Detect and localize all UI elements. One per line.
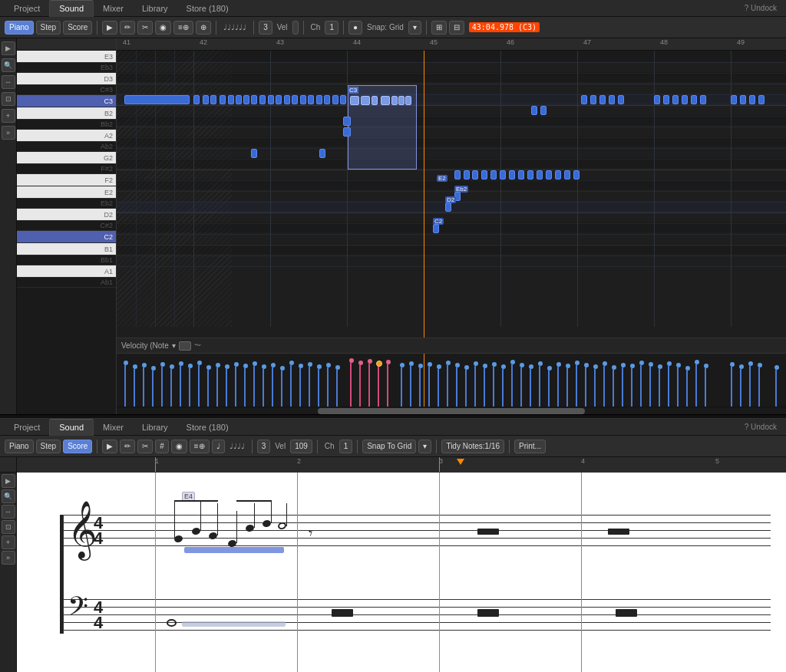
- score-grid[interactable]: ≡⊕: [190, 440, 210, 453]
- note-a2[interactable]: [343, 127, 351, 137]
- key-d2[interactable]: D2: [17, 209, 116, 221]
- mode-score-bottom[interactable]: Score: [63, 440, 92, 453]
- note-c3-right-13[interactable]: [740, 95, 746, 104]
- key-g2[interactable]: G2: [17, 152, 116, 164]
- score-q[interactable]: 3: [257, 440, 271, 453]
- score-sidebar-btn-5[interactable]: +: [2, 535, 15, 549]
- key-f2[interactable]: F2: [17, 174, 116, 186]
- score-note-btn[interactable]: ♩: [212, 440, 225, 453]
- ch-value-top[interactable]: 1: [325, 21, 339, 35]
- score-sidebar-btn-4[interactable]: ⊡: [2, 520, 15, 534]
- note-c3-14[interactable]: [292, 95, 298, 104]
- note-c3-right-9[interactable]: [682, 95, 688, 104]
- lock-btn[interactable]: ⊟: [449, 21, 464, 35]
- mode-step-bottom[interactable]: Step: [36, 440, 61, 453]
- sidebar-btn-1[interactable]: ▶: [2, 41, 15, 55]
- tab-store-bottom[interactable]: Store (180): [177, 419, 238, 436]
- note-c3-right-3[interactable]: [599, 95, 606, 104]
- note-f2-12[interactable]: [555, 170, 561, 180]
- note-f2-7[interactable]: [509, 170, 515, 180]
- key-eb2[interactable]: Eb2: [17, 199, 116, 209]
- score-hash[interactable]: #: [155, 440, 169, 453]
- velocity-arrow[interactable]: ▾: [172, 341, 176, 350]
- mode-score-top[interactable]: Score: [63, 21, 92, 35]
- key-a1[interactable]: A1: [17, 265, 116, 278]
- note-c3-4[interactable]: [210, 95, 216, 104]
- note-c2[interactable]: [433, 224, 439, 233]
- tab-mixer-top[interactable]: Mixer: [94, 0, 133, 17]
- note-c3-right-4[interactable]: [609, 95, 615, 104]
- tab-store-top[interactable]: Store (180): [177, 0, 238, 17]
- selected-note-1[interactable]: [350, 96, 359, 105]
- selected-note-6[interactable]: [398, 96, 405, 105]
- score-sidebar-btn-1[interactable]: ▶: [2, 474, 15, 488]
- note-f2-1[interactable]: [454, 170, 461, 180]
- note-f2-14[interactable]: [573, 170, 580, 180]
- key-cs3[interactable]: C#3: [17, 85, 116, 95]
- tab-sound-bottom[interactable]: Sound: [49, 419, 94, 436]
- score-sidebar-btn-2[interactable]: 🔍: [2, 489, 15, 503]
- note-c3-20[interactable]: [340, 95, 346, 104]
- note-c3-right-10[interactable]: [691, 95, 697, 104]
- snap-circle[interactable]: ●: [348, 21, 362, 35]
- score-play[interactable]: ▶: [102, 440, 117, 453]
- key-ab1[interactable]: Ab1: [17, 278, 116, 288]
- note-f2-9[interactable]: [527, 170, 533, 180]
- note-c3-3[interactable]: [203, 95, 209, 104]
- note-c3-19[interactable]: [332, 95, 339, 104]
- note-c3-right-6[interactable]: [654, 95, 660, 104]
- key-e3[interactable]: E3: [17, 51, 116, 63]
- grid-btn[interactable]: ⊞: [431, 21, 447, 35]
- undock-top[interactable]: ? Undock: [740, 4, 781, 12]
- vel-select-top[interactable]: [292, 21, 299, 35]
- note-c3-17[interactable]: [316, 95, 322, 104]
- key-a2[interactable]: A2: [17, 130, 116, 142]
- note-f2-10[interactable]: [537, 170, 543, 180]
- note-c3-18[interactable]: [324, 95, 330, 104]
- note-c3-7[interactable]: [236, 95, 242, 104]
- note-c3-right-11[interactable]: [700, 95, 706, 104]
- snap-dropdown[interactable]: ▾: [408, 21, 421, 35]
- note-g2-1[interactable]: [251, 149, 257, 158]
- note-c3-9[interactable]: [251, 95, 257, 104]
- note-f2-8[interactable]: [518, 170, 524, 180]
- score-pencil[interactable]: ✏: [120, 440, 135, 453]
- note-c3-right-8[interactable]: [672, 95, 679, 104]
- velocity-btn-1[interactable]: [179, 341, 191, 351]
- note-f2-13[interactable]: [564, 170, 570, 180]
- score-quantize[interactable]: ◉: [171, 440, 187, 453]
- note-c3-5[interactable]: [220, 95, 226, 104]
- key-c2[interactable]: C2: [17, 231, 116, 243]
- score-long-note-treble[interactable]: [184, 547, 284, 553]
- key-ab2[interactable]: Ab2: [17, 142, 116, 152]
- key-d3[interactable]: D3: [17, 73, 116, 85]
- note-b2-1[interactable]: [531, 106, 537, 115]
- tab-project-top[interactable]: Project: [5, 0, 49, 17]
- note-b2-2[interactable]: [540, 106, 547, 115]
- selected-note-7[interactable]: [405, 96, 411, 105]
- sidebar-btn-4[interactable]: ⊡: [2, 92, 15, 106]
- key-eb3[interactable]: Eb3: [17, 63, 116, 73]
- note-c3-13[interactable]: [284, 95, 290, 104]
- note-f2-4[interactable]: [481, 170, 487, 180]
- score-notation[interactable]: 𝄞 𝄢 4 4 4 4 E4: [17, 473, 786, 672]
- h-scrollbar-thumb[interactable]: [318, 408, 586, 414]
- note-c3-right-12[interactable]: [731, 95, 737, 104]
- note-c3-10[interactable]: [259, 95, 266, 104]
- note-c3-6[interactable]: [228, 95, 234, 104]
- undock-bottom[interactable]: ? Undock: [740, 423, 781, 431]
- note-c3-11[interactable]: [268, 95, 274, 104]
- tab-library-bottom[interactable]: Library: [133, 419, 177, 436]
- note-c3-16[interactable]: [308, 95, 314, 104]
- score-notation-area[interactable]: 1 2 3 4 5: [17, 457, 786, 672]
- note-c3-right-5[interactable]: [618, 95, 624, 104]
- tool-quantize[interactable]: ≡⊕: [173, 21, 193, 35]
- note-c3-2[interactable]: [193, 95, 200, 104]
- note-f2-2[interactable]: [464, 170, 470, 180]
- note-c3-1[interactable]: [124, 95, 190, 104]
- note-d2[interactable]: [445, 203, 451, 212]
- key-b2[interactable]: B2: [17, 107, 116, 120]
- note-c3-right-7[interactable]: [663, 95, 669, 104]
- key-bb2[interactable]: Bb2: [17, 120, 116, 130]
- key-e2[interactable]: E2: [17, 186, 116, 199]
